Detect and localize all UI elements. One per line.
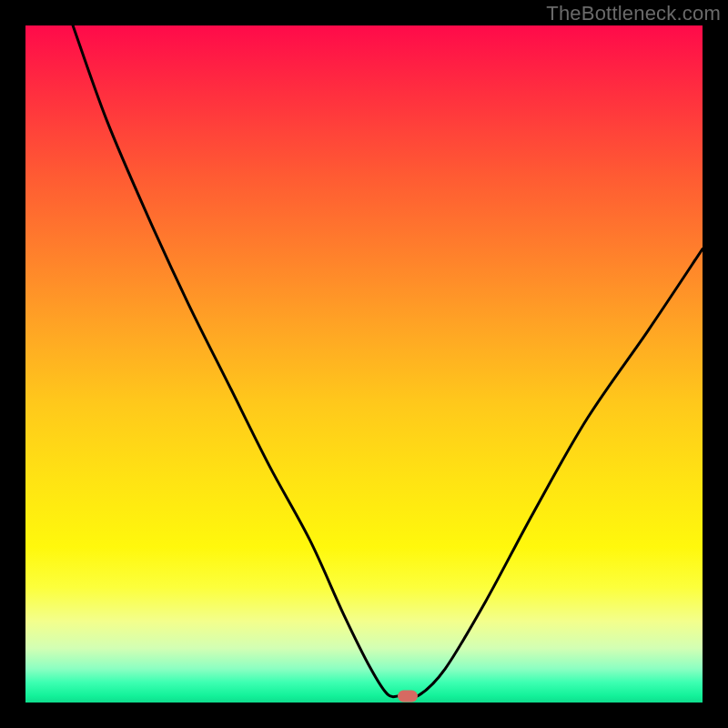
watermark-text: TheBottleneck.com — [546, 2, 721, 25]
bottleneck-curve-path — [73, 25, 703, 698]
optimum-marker — [398, 690, 418, 702]
chart-plot-area — [25, 25, 703, 703]
bottleneck-curve — [25, 25, 703, 703]
